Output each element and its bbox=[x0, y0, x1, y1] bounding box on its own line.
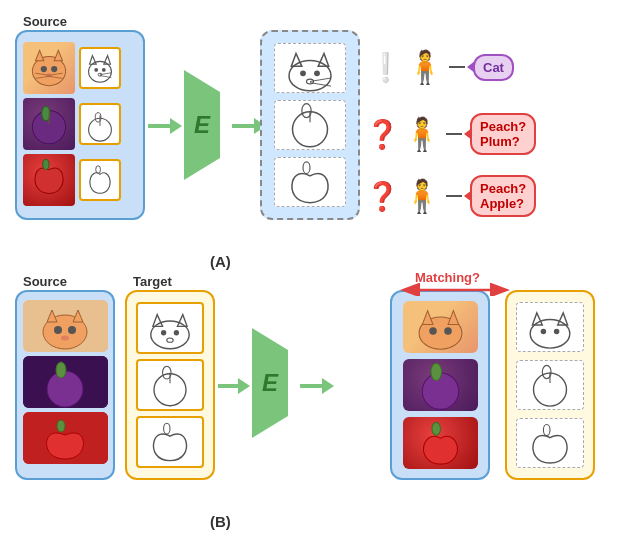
svg-point-24 bbox=[43, 159, 49, 169]
output-plum-b-svg bbox=[403, 359, 478, 410]
svg-point-59 bbox=[164, 424, 170, 435]
svg-point-66 bbox=[430, 364, 441, 381]
apple-photo-a bbox=[23, 154, 75, 206]
person-cat-row: ❕ 🧍 Cat bbox=[368, 48, 514, 86]
svg-point-77 bbox=[543, 424, 550, 435]
target-cat-sketch bbox=[136, 302, 204, 354]
diagram: Source bbox=[0, 0, 640, 546]
section-a-label: (A) bbox=[210, 253, 231, 270]
apple-svg-a bbox=[23, 154, 75, 206]
cat-svg-a bbox=[23, 42, 75, 94]
svg-point-14 bbox=[102, 68, 106, 72]
output-peach-sketch bbox=[274, 100, 346, 150]
img-pair-plum-a bbox=[23, 98, 137, 150]
source-label-a: Source bbox=[23, 14, 67, 29]
encoder-label-a: E bbox=[194, 111, 210, 139]
cat-bubble-text: Cat bbox=[483, 60, 504, 75]
output-peach-svg bbox=[275, 99, 345, 150]
matching-arrow-container: Matching? bbox=[400, 274, 500, 300]
target-apple-svg bbox=[138, 418, 202, 465]
svg-marker-11 bbox=[90, 56, 97, 65]
cat-speech-bubble: Cat bbox=[473, 54, 514, 81]
plum-b-svg bbox=[23, 356, 108, 408]
section-a: Source bbox=[10, 10, 630, 250]
encoder-shape-a: E bbox=[172, 70, 232, 180]
section-b-label: (B) bbox=[210, 513, 231, 530]
svg-point-54 bbox=[174, 330, 179, 335]
peach-plum-speech-bubble: Peach? Plum? bbox=[470, 113, 536, 155]
person-icon-peach-apple: 🧍 bbox=[402, 177, 442, 215]
svg-marker-12 bbox=[104, 56, 111, 65]
output-cat-b-svg bbox=[403, 301, 478, 352]
svg-point-4 bbox=[51, 66, 57, 72]
svg-point-37 bbox=[303, 162, 310, 174]
plum-photo-a bbox=[23, 98, 75, 150]
output-apple-sketch bbox=[274, 157, 346, 207]
peach-plum-text-2: Plum? bbox=[480, 134, 526, 149]
plum-svg-a bbox=[23, 98, 75, 150]
cat-item-b bbox=[23, 300, 107, 352]
encoder-b: E bbox=[240, 328, 300, 438]
output-cat-sketch bbox=[274, 43, 346, 93]
peach-plum-text-1: Peach? bbox=[480, 119, 526, 134]
output-apple-svg bbox=[275, 156, 345, 207]
cat-sketch-svg-a bbox=[81, 49, 119, 87]
output-peach-sketch-b bbox=[516, 360, 584, 410]
dash-peach-apple bbox=[446, 195, 462, 197]
svg-point-63 bbox=[429, 328, 436, 335]
question-icon-1: ❓ bbox=[365, 118, 400, 151]
arrow-line-2a bbox=[232, 124, 254, 128]
source-label-b: Source bbox=[23, 274, 67, 289]
person-icon-cat: 🧍 bbox=[405, 48, 445, 86]
source-box-b: Source bbox=[15, 290, 115, 480]
svg-point-25 bbox=[96, 166, 101, 174]
svg-point-72 bbox=[541, 329, 546, 334]
encoder-shape-b: E bbox=[240, 328, 300, 438]
svg-marker-61 bbox=[422, 311, 433, 325]
apple-item-b bbox=[23, 412, 107, 464]
output-apple-b bbox=[403, 417, 478, 469]
arrow-line-1a bbox=[148, 124, 170, 128]
img-pair-apple-a bbox=[23, 154, 137, 206]
exclamation-icon: ❕ bbox=[368, 51, 403, 84]
arrow-line-b2 bbox=[300, 384, 322, 388]
target-plum-svg bbox=[138, 362, 202, 409]
svg-point-69 bbox=[530, 319, 570, 348]
output-cat-sketch-b-svg bbox=[517, 303, 583, 351]
plum-photo-b bbox=[23, 356, 108, 408]
output-box-a bbox=[260, 30, 360, 220]
output-cat-b bbox=[403, 301, 478, 353]
target-cat-svg bbox=[138, 305, 202, 352]
arrow-head-b2 bbox=[322, 378, 334, 394]
apple-sketch-a bbox=[79, 159, 121, 201]
arrow-encoder-output-b bbox=[300, 378, 334, 394]
svg-point-46 bbox=[47, 371, 83, 407]
output-sketch-box-b bbox=[505, 290, 595, 480]
peach-apple-text-1: Peach? bbox=[480, 181, 526, 196]
svg-point-47 bbox=[56, 362, 66, 378]
svg-point-13 bbox=[94, 68, 98, 72]
svg-marker-2 bbox=[54, 50, 62, 60]
plum-sketch-svg-a bbox=[81, 105, 119, 143]
target-plum-sketch bbox=[136, 359, 204, 411]
output-cat-sketch-b bbox=[516, 302, 584, 352]
svg-point-53 bbox=[161, 330, 166, 335]
cat-photo-b bbox=[23, 300, 108, 352]
svg-point-50 bbox=[151, 321, 189, 349]
dash-peach-plum bbox=[446, 133, 462, 135]
svg-point-65 bbox=[422, 373, 458, 409]
svg-point-73 bbox=[554, 329, 559, 334]
person-peach-plum-row: ❓ 🧍 Peach? Plum? bbox=[365, 113, 536, 155]
dash-cat bbox=[449, 66, 465, 68]
target-apple-sketch bbox=[136, 416, 204, 468]
img-pair-cat-a bbox=[23, 42, 137, 94]
svg-marker-62 bbox=[447, 311, 458, 325]
svg-marker-1 bbox=[35, 50, 43, 60]
output-peach-sketch-b-svg bbox=[517, 361, 583, 409]
target-label-b: Target bbox=[133, 274, 172, 289]
svg-point-67 bbox=[431, 423, 440, 436]
output-cat-svg bbox=[275, 43, 345, 94]
svg-point-42 bbox=[54, 326, 62, 334]
person-peach-apple-row: ❓ 🧍 Peach? Apple? bbox=[365, 175, 536, 217]
svg-point-44 bbox=[61, 336, 69, 341]
